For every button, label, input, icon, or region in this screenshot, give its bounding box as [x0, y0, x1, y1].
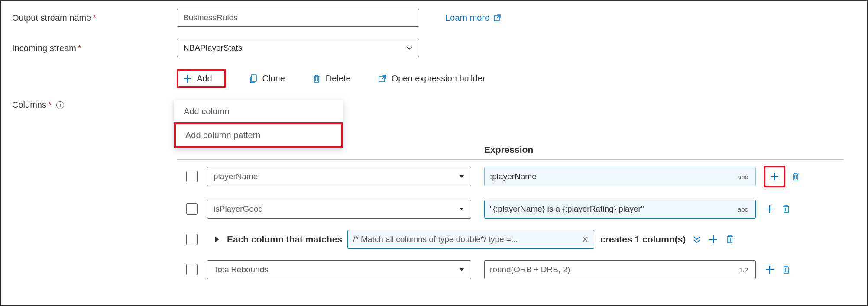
columns-grid: Expression playerName :playerName abc [177, 145, 844, 285]
add-row-icon[interactable] [764, 264, 776, 276]
pattern-prefix-label: Each column that matches [227, 234, 342, 245]
column-pattern-row: Each column that matches /* Match all co… [177, 225, 844, 254]
add-row-icon[interactable] [764, 166, 785, 187]
delete-row-icon[interactable] [790, 171, 802, 183]
add-button[interactable]: Add [177, 69, 226, 88]
expression-input[interactable]: round(ORB + DRB, 2) 1.2 [484, 260, 756, 279]
delete-row-icon[interactable] [724, 233, 736, 245]
columns-toolbar: Add Clone Delete Open expression builder [177, 69, 856, 88]
external-link-icon [493, 13, 502, 22]
delete-row-icon[interactable] [780, 203, 792, 215]
add-dropdown-menu: Add column Add column pattern [174, 100, 343, 148]
caret-down-icon [459, 267, 465, 273]
open-builder-label: Open expression builder [392, 74, 486, 84]
incoming-stream-select[interactable]: NBAPlayerStats [177, 39, 419, 57]
pattern-expression-value: /* Match all columns of type double*/ ty… [353, 235, 518, 244]
chevron-down-icon [406, 45, 413, 52]
open-builder-button[interactable]: Open expression builder [373, 71, 490, 86]
row-checkbox[interactable] [186, 234, 198, 245]
output-stream-input[interactable] [177, 9, 419, 27]
required-asterisk: * [93, 13, 96, 23]
output-stream-label-text: Output stream name [12, 13, 91, 23]
column-name-value: playerName [214, 172, 258, 181]
type-badge: abc [735, 205, 750, 214]
expression-value: :playerName [490, 172, 537, 181]
clear-icon[interactable] [582, 236, 589, 243]
row-incoming-stream: Incoming stream* NBAPlayerStats [12, 39, 856, 57]
caret-down-icon [459, 206, 465, 212]
delete-button[interactable]: Delete [308, 71, 355, 86]
chevrons-down-icon[interactable] [691, 233, 703, 245]
column-name-select[interactable]: TotalRebounds [207, 260, 471, 279]
type-badge: 1.2 [737, 265, 750, 274]
type-badge: abc [735, 172, 750, 181]
learn-more-text: Learn more [445, 13, 489, 23]
config-frame: Output stream name* Learn more Incoming … [0, 0, 868, 306]
caret-down-icon [459, 174, 465, 180]
add-row-icon[interactable] [764, 203, 776, 215]
incoming-stream-label-text: Incoming stream [12, 43, 76, 53]
row-checkbox[interactable] [186, 203, 198, 215]
columns-section: Columns* i [12, 100, 856, 110]
expand-triangle-icon[interactable] [215, 236, 219, 242]
column-name-value: TotalRebounds [214, 265, 269, 274]
row-output-stream: Output stream name* Learn more [12, 9, 856, 27]
clone-button[interactable]: Clone [244, 71, 289, 86]
expression-input[interactable]: :playerName abc [484, 167, 756, 186]
learn-more-link[interactable]: Learn more [445, 13, 502, 23]
delete-row-icon[interactable] [780, 264, 792, 276]
add-button-label: Add [197, 74, 212, 84]
column-name-select[interactable]: isPlayerGood [207, 200, 471, 219]
svg-rect-1 [251, 75, 256, 81]
row-checkbox[interactable] [186, 171, 198, 182]
columns-label-text: Columns [12, 100, 46, 110]
clone-icon [249, 74, 258, 84]
open-icon [378, 74, 387, 84]
trash-icon [312, 74, 321, 84]
column-name-select[interactable]: playerName [207, 167, 471, 186]
column-name-value: isPlayerGood [214, 204, 263, 214]
add-row-icon[interactable] [707, 233, 719, 245]
pattern-expression-input[interactable]: /* Match all columns of type double*/ ty… [347, 230, 594, 249]
expression-header: Expression [484, 145, 844, 155]
columns-label: Columns* i [12, 100, 177, 110]
column-row: playerName :playerName abc [177, 160, 844, 193]
required-asterisk: * [48, 100, 52, 110]
column-row: isPlayerGood "{:playerName} is a {:playe… [177, 193, 844, 225]
info-icon[interactable]: i [56, 101, 64, 109]
menu-add-column[interactable]: Add column [174, 100, 343, 122]
row-checkbox[interactable] [186, 264, 198, 275]
incoming-stream-value: NBAPlayerStats [183, 43, 242, 53]
expression-value: "{:playerName} is a {:playerRating} play… [490, 204, 644, 214]
required-asterisk: * [78, 43, 81, 53]
expression-input[interactable]: "{:playerName} is a {:playerRating} play… [484, 200, 756, 219]
incoming-stream-label: Incoming stream* [12, 43, 177, 53]
plus-icon [183, 74, 192, 84]
expression-value: round(ORB + DRB, 2) [490, 265, 570, 274]
column-row: TotalRebounds round(ORB + DRB, 2) 1.2 [177, 254, 844, 285]
clone-button-label: Clone [262, 74, 285, 84]
pattern-suffix-label: creates 1 column(s) [600, 234, 686, 245]
delete-button-label: Delete [326, 74, 351, 84]
menu-add-column-pattern[interactable]: Add column pattern [174, 122, 343, 148]
output-stream-label: Output stream name* [12, 13, 177, 23]
